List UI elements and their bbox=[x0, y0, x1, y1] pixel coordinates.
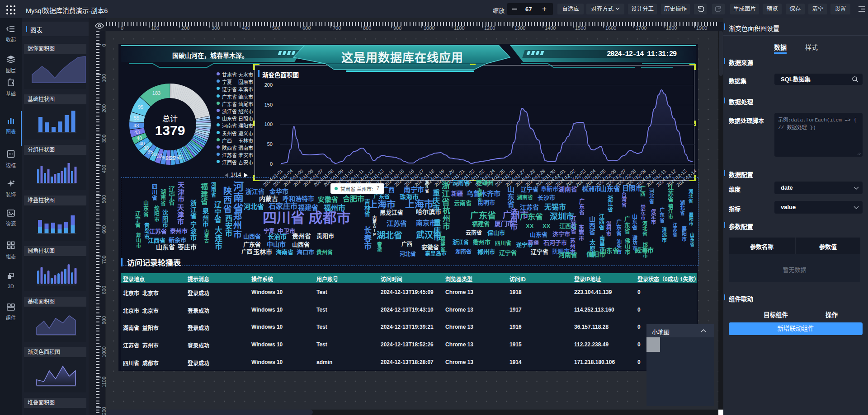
svg-text:32: 32 bbox=[157, 154, 162, 159]
svg-text:95: 95 bbox=[138, 104, 143, 110]
svg-text:43: 43 bbox=[134, 130, 140, 135]
svg-text:55: 55 bbox=[134, 115, 139, 121]
svg-text:43: 43 bbox=[133, 123, 139, 128]
svg-text:40: 40 bbox=[137, 135, 142, 141]
svg-text:183: 183 bbox=[152, 90, 160, 96]
svg-text:40: 40 bbox=[139, 141, 145, 146]
